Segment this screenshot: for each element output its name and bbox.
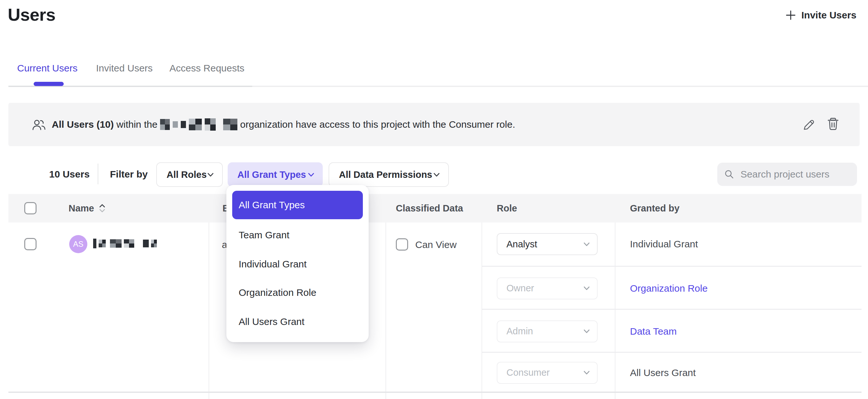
dropdown-item-selected[interactable]: All Grant Types <box>232 191 363 219</box>
dropdown-item[interactable]: Organization Role <box>239 287 316 298</box>
pencil-icon <box>802 118 815 132</box>
role-select[interactable]: Analyst <box>497 233 598 255</box>
column-header-name[interactable]: Name <box>68 194 106 222</box>
column-header-role: Role <box>497 194 517 222</box>
tab-access-requests[interactable]: Access Requests <box>169 63 245 74</box>
sort-icon[interactable] <box>99 204 106 213</box>
active-tab-underline <box>34 82 64 86</box>
table-row-grant: Analyst Individual Grant <box>482 222 862 266</box>
granted-by-link[interactable]: Data Team <box>630 326 677 337</box>
chevron-down-icon <box>583 329 590 333</box>
grant-types-filter-dropdown[interactable]: All Grant Types <box>228 162 323 187</box>
banner-text: All Users (10) within the organization h… <box>52 103 515 146</box>
role-select[interactable]: Consumer <box>497 362 598 384</box>
user-count: 10 Users <box>49 169 90 180</box>
select-all-checkbox[interactable] <box>24 202 36 214</box>
granted-by-link[interactable]: Organization Role <box>630 283 708 294</box>
trash-icon <box>826 117 840 132</box>
users-page: Users Invite Users Current Users Invited… <box>0 0 868 399</box>
search-icon <box>724 169 734 180</box>
granted-by-text: Individual Grant <box>630 239 698 250</box>
chevron-down-icon <box>433 173 440 177</box>
data-permissions-filter-dropdown[interactable]: All Data Permissions <box>329 162 449 187</box>
table-row-grant: Admin Data Team <box>482 309 862 352</box>
granted-by-text: All Users Grant <box>630 367 695 378</box>
role-select-value: Admin <box>506 326 533 337</box>
search-project-users <box>717 163 857 186</box>
grant-types-dropdown-menu: All Grant Types Team GrantIndividual Gra… <box>226 185 369 342</box>
column-header-granted-by: Granted by <box>630 194 679 222</box>
dropdown-item[interactable]: Individual Grant <box>239 259 307 270</box>
can-view-checkbox[interactable] <box>396 238 408 251</box>
grant-types-filter-value: All Grant Types <box>237 170 306 180</box>
search-input[interactable] <box>741 169 850 180</box>
edit-banner-button[interactable] <box>801 117 816 132</box>
role-select[interactable]: Owner <box>497 277 598 299</box>
filter-by-label: Filter by <box>110 169 148 180</box>
banner-highlight: All Users (10) <box>52 119 114 130</box>
chevron-down-icon <box>308 173 314 177</box>
chevron-down-icon <box>583 286 590 290</box>
avatar: AS <box>69 235 87 253</box>
column-border <box>209 222 209 399</box>
data-permissions-filter-value: All Data Permissions <box>339 170 432 180</box>
role-select[interactable]: Admin <box>497 320 598 342</box>
chevron-down-icon <box>583 242 590 246</box>
invite-users-button[interactable]: Invite Users <box>785 10 856 21</box>
column-border <box>385 222 386 399</box>
role-select-value: Analyst <box>506 239 537 250</box>
delete-banner-button[interactable] <box>825 116 841 132</box>
plus-icon <box>785 10 796 21</box>
toolbar-divider <box>98 163 98 184</box>
role-select-value: Consumer <box>506 367 550 378</box>
dropdown-item[interactable]: All Users Grant <box>239 316 304 327</box>
chevron-down-icon <box>583 371 590 375</box>
people-icon <box>32 119 46 131</box>
tab-current-users[interactable]: Current Users <box>17 63 78 74</box>
table-row-grant: Owner Organization Role <box>482 266 862 309</box>
redacted-user-name <box>93 239 157 248</box>
roles-filter-dropdown[interactable]: All Roles <box>156 162 223 187</box>
row-border <box>8 392 862 393</box>
column-header-classified-data: Classified Data <box>396 194 463 222</box>
can-view-label: Can View <box>415 239 457 250</box>
banner-before-org: within the <box>117 119 157 130</box>
role-select-value: Owner <box>506 283 534 294</box>
row-checkbox[interactable] <box>24 238 36 250</box>
page-title: Users <box>8 4 56 25</box>
dropdown-item[interactable]: Team Grant <box>239 229 289 241</box>
redacted-organization-name <box>160 118 237 131</box>
table-row-grant: Consumer All Users Grant <box>482 352 862 392</box>
banner-after-org: organization have access to this project… <box>240 119 515 130</box>
invite-users-label: Invite Users <box>801 10 856 21</box>
tab-invited-users[interactable]: Invited Users <box>96 63 153 74</box>
chevron-down-icon <box>207 173 214 177</box>
roles-filter-value: All Roles <box>166 170 207 180</box>
